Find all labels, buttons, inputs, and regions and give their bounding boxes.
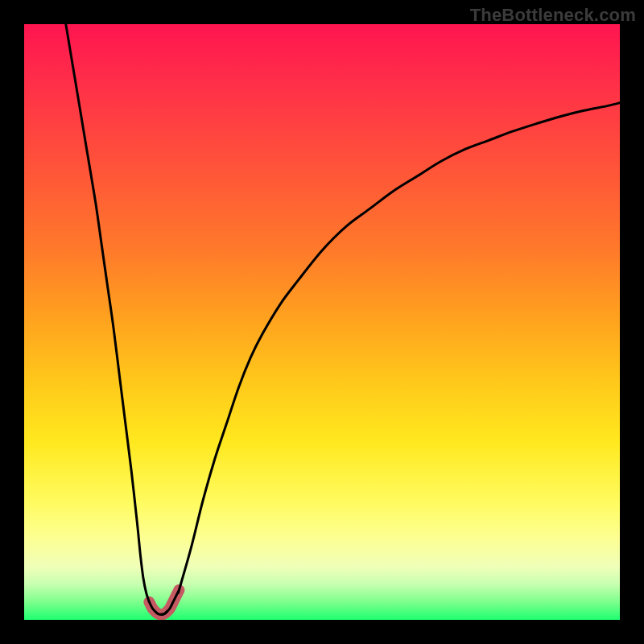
chart-svg	[24, 24, 620, 620]
chart-plot-area	[24, 24, 620, 620]
watermark-text: TheBottleneck.com	[470, 5, 636, 26]
chart-frame: TheBottleneck.com	[0, 0, 644, 644]
right-branch-curve	[161, 103, 620, 615]
left-branch-curve	[66, 24, 167, 614]
